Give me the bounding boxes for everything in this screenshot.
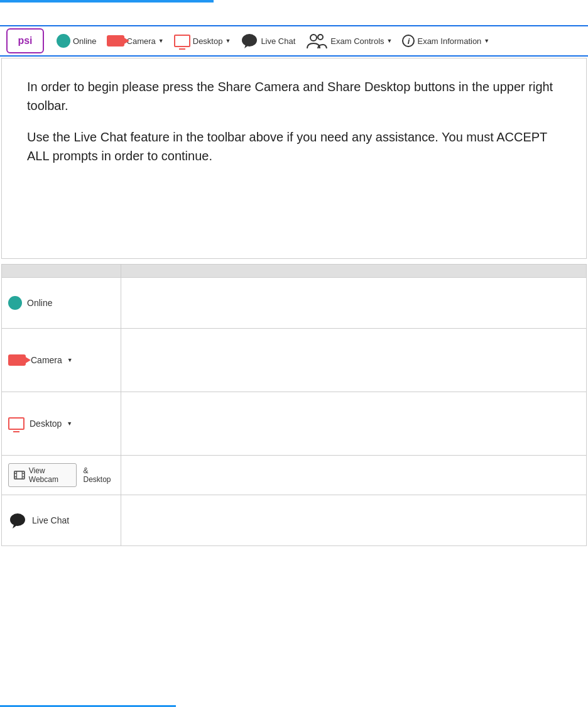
- toolbar: psi Online Camera ▼ Desktop ▼ Live Chat …: [0, 25, 588, 57]
- table-row-camera: Camera ▼: [2, 329, 586, 392]
- info-icon: i: [402, 35, 415, 47]
- webcam-btn-line1: View Webcam: [29, 466, 72, 484]
- table-row-livechat: Live Chat: [2, 495, 586, 545]
- view-webcam-button[interactable]: View Webcam: [8, 463, 77, 487]
- table-header-left: [2, 265, 121, 277]
- table-row-desktop: Desktop ▼: [2, 392, 586, 456]
- table-cell-desktop-right: [121, 392, 586, 455]
- chat-row-icon: [8, 511, 27, 530]
- examcontrols-label: Exam Controls: [330, 36, 384, 46]
- people-icon: [305, 32, 328, 50]
- online-dot-icon: [8, 296, 22, 310]
- top-line: [0, 0, 214, 3]
- table-cell-webcam-right: [121, 456, 586, 495]
- svg-point-11: [10, 513, 25, 526]
- table-row-online: Online: [2, 278, 586, 329]
- desktop-row-label: Desktop: [30, 419, 62, 429]
- film-icon: [14, 470, 25, 480]
- table-header: [2, 265, 586, 278]
- toolbar-examinfo[interactable]: i Exam Information ▼: [398, 32, 493, 50]
- examcontrols-dropdown-arrow: ▼: [387, 38, 393, 44]
- table-cell-livechat-left: Live Chat: [2, 495, 121, 545]
- desktop-row-icon: [8, 417, 24, 430]
- examinfo-dropdown-arrow: ▼: [484, 38, 489, 44]
- camera-icon: [107, 35, 124, 47]
- svg-rect-4: [14, 471, 24, 479]
- toolbar-examcontrols[interactable]: Exam Controls ▼: [302, 30, 396, 52]
- logo-text: psi: [18, 35, 32, 47]
- table-cell-camera-right: [121, 329, 586, 392]
- camera-label: Camera: [127, 36, 156, 46]
- instruction-paragraph-2: Use the Live Chat feature in the toolbar…: [27, 128, 561, 165]
- table-header-right: [121, 265, 586, 277]
- table-cell-webcam-left[interactable]: View Webcam & Desktop: [2, 456, 121, 495]
- desktop-icon: [174, 35, 190, 47]
- toolbar-camera[interactable]: Camera ▼: [103, 33, 168, 49]
- online-label: Online: [73, 36, 97, 46]
- camera-row-label: Camera: [31, 355, 62, 365]
- examinfo-label: Exam Information: [417, 36, 481, 46]
- camera-row-arrow: ▼: [67, 357, 73, 363]
- main-content: In order to begin please press the Share…: [1, 58, 587, 259]
- camera-row-icon: [8, 354, 26, 366]
- livechat-label: Live Chat: [261, 36, 295, 46]
- toolbar-online[interactable]: Online: [53, 31, 101, 50]
- online-row-label: Online: [27, 298, 52, 308]
- camera-dropdown-arrow: ▼: [158, 38, 164, 44]
- psi-logo: psi: [6, 28, 44, 53]
- webcam-btn-line2: & Desktop: [83, 466, 114, 484]
- desktop-row-arrow: ▼: [67, 420, 72, 427]
- livechat-row-label: Live Chat: [32, 515, 69, 525]
- svg-point-2: [310, 35, 317, 41]
- table-row-webcam: View Webcam & Desktop: [2, 456, 586, 495]
- table-cell-online-left: Online: [2, 278, 121, 328]
- chat-bubble-icon: [241, 32, 258, 50]
- table-cell-desktop-left: Desktop ▼: [2, 392, 121, 455]
- svg-point-3: [318, 35, 323, 40]
- table-cell-online-right: [121, 278, 586, 328]
- desktop-label: Desktop: [193, 36, 223, 46]
- online-icon: [57, 34, 70, 48]
- table-cell-camera-left: Camera ▼: [2, 329, 121, 392]
- toolbar-livechat[interactable]: Live Chat: [237, 30, 299, 52]
- table-cell-livechat-right: [121, 495, 586, 545]
- instruction-paragraph-1: In order to begin please press the Share…: [27, 77, 561, 115]
- feature-table: Online Camera ▼ Desktop ▼: [1, 264, 587, 546]
- desktop-dropdown-arrow: ▼: [225, 38, 231, 44]
- toolbar-desktop[interactable]: Desktop ▼: [170, 32, 235, 50]
